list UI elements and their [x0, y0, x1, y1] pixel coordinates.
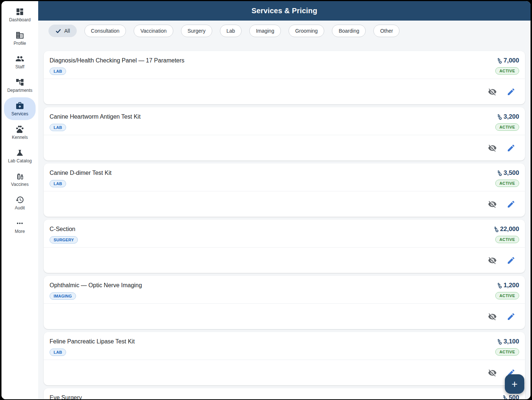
edit-service-button[interactable]: [507, 144, 515, 152]
service-card: Ophthalmic — Optic Nerve Imaging IMAGING…: [44, 276, 525, 329]
status-badge: ACTIVE: [495, 180, 519, 187]
filter-chip-grooming[interactable]: Grooming: [289, 25, 324, 37]
dashboard-icon: [15, 7, 24, 16]
category-badge: LAB: [50, 68, 66, 75]
app-header: Services & Pricing: [38, 1, 531, 21]
filter-chip-bar: All Consultation Vaccination Surgery Lab…: [38, 21, 531, 41]
service-name: Diagnosis/Health Checking Panel — 17 Par…: [50, 57, 184, 64]
service-card: Canine D-dimer Test Kit LAB 3,500 ACTIVE: [44, 163, 525, 217]
filter-chip-boarding[interactable]: Boarding: [332, 25, 366, 37]
edit-service-button[interactable]: [507, 312, 515, 321]
category-badge: SURGERY: [50, 236, 78, 244]
taka-currency-icon: [497, 58, 502, 64]
filter-chip-label: Vaccination: [140, 28, 166, 34]
service-card: Canine Heartworm Antigen Test Kit LAB 3,…: [44, 107, 525, 161]
sidebar-item-label: Audit: [15, 205, 25, 210]
edit-service-button[interactable]: [507, 200, 515, 209]
category-badge: LAB: [50, 124, 66, 131]
people-icon: [15, 54, 24, 63]
edit-service-button[interactable]: [507, 256, 515, 265]
taka-currency-icon: [503, 395, 507, 400]
category-badge: LAB: [50, 349, 66, 356]
org-chart-icon: [15, 78, 24, 87]
category-badge: LAB: [50, 180, 66, 187]
service-price: 22,000: [494, 226, 519, 233]
sidebar-item-label: Lab Catalog: [8, 158, 32, 163]
sidebar-item-departments[interactable]: Departments: [4, 74, 36, 97]
price-amount: 3,100: [503, 338, 519, 345]
service-name: Canine D-dimer Test Kit: [50, 169, 112, 177]
sidebar-item-label: Services: [11, 111, 28, 116]
status-badge: ACTIVE: [495, 67, 519, 75]
filter-chip-imaging[interactable]: Imaging: [249, 25, 281, 37]
service-price: 500: [503, 394, 519, 399]
sidebar-item-kennels[interactable]: Kennels: [4, 121, 36, 144]
filter-chip-label: Consultation: [91, 28, 120, 34]
service-price: 7,000: [497, 57, 519, 64]
filter-chip-other[interactable]: Other: [373, 25, 399, 37]
sidebar-item-label: Dashboard: [9, 17, 31, 22]
filter-chip-label: Lab: [227, 28, 235, 34]
service-price: 1,200: [497, 282, 519, 289]
taka-currency-icon: [497, 170, 502, 176]
filter-chip-surgery[interactable]: Surgery: [181, 25, 212, 37]
taka-currency-icon: [497, 282, 502, 289]
taka-currency-icon: [497, 339, 502, 345]
status-badge: ACTIVE: [495, 123, 519, 131]
sidebar-item-staff[interactable]: Staff: [4, 50, 36, 73]
filter-chip-all[interactable]: All: [48, 25, 77, 37]
sidebar-item-profile[interactable]: Profile: [4, 27, 36, 50]
hide-service-button[interactable]: [488, 87, 497, 96]
filter-chip-vaccination[interactable]: Vaccination: [134, 25, 173, 37]
service-price: 3,200: [497, 113, 519, 120]
service-card: Eye Surgery 500: [44, 388, 525, 399]
filter-chip-label: Imaging: [256, 28, 274, 34]
hide-service-button[interactable]: [488, 144, 497, 152]
filter-chip-label: Grooming: [295, 28, 318, 34]
sidebar-item-lab-catalog[interactable]: Lab Catalog: [4, 144, 36, 167]
building-icon: [15, 31, 24, 40]
category-badge: IMAGING: [50, 292, 76, 300]
status-badge: ACTIVE: [495, 348, 519, 356]
status-badge: ACTIVE: [495, 292, 519, 299]
checkmark-icon: [55, 28, 61, 34]
sidebar-item-label: Departments: [7, 88, 33, 93]
plus-icon: +: [511, 379, 517, 389]
service-name: C-Section: [50, 226, 78, 233]
price-amount: 7,000: [503, 57, 519, 64]
medical-bag-icon: [15, 101, 24, 110]
price-amount: 22,000: [500, 226, 519, 233]
service-name: Ophthalmic — Optic Nerve Imaging: [50, 282, 142, 289]
sidebar-item-more[interactable]: More: [4, 215, 36, 238]
status-badge: ACTIVE: [495, 236, 519, 243]
sidebar-item-dashboard[interactable]: Dashboard: [4, 3, 36, 26]
sidebar-item-services[interactable]: Services: [4, 97, 36, 120]
sidebar-item-label: Vaccines: [11, 182, 29, 187]
more-icon: [15, 219, 24, 228]
paw-icon: [15, 125, 24, 134]
service-name: Feline Pancreatic Lipase Test Kit: [50, 338, 135, 345]
service-price: 3,100: [497, 338, 519, 345]
service-card: C-Section SURGERY 22,000 ACTIVE: [44, 220, 525, 273]
main-area: Services & Pricing All Consultation Vacc…: [38, 1, 531, 399]
filter-chip-label: All: [64, 28, 70, 34]
hide-service-button[interactable]: [488, 256, 497, 265]
hide-service-button[interactable]: [488, 368, 497, 377]
hide-service-button[interactable]: [488, 312, 497, 321]
filter-chip-consultation[interactable]: Consultation: [84, 25, 126, 37]
sidebar-item-audit[interactable]: Audit: [4, 191, 36, 214]
price-amount: 1,200: [503, 282, 519, 289]
add-service-button[interactable]: +: [505, 374, 524, 394]
sidebar-item-label: Profile: [14, 41, 26, 46]
page-title: Services & Pricing: [251, 7, 317, 15]
edit-service-button[interactable]: [507, 87, 515, 96]
filter-chip-lab[interactable]: Lab: [220, 25, 242, 37]
service-name: Eye Surgery: [50, 394, 82, 399]
sidebar-item-vaccines[interactable]: Vaccines: [4, 168, 36, 191]
sidebar-item-label: More: [15, 229, 25, 234]
syringe-icon: [15, 172, 24, 181]
sidebar: Dashboard Profile Staff Departments Serv…: [1, 1, 38, 399]
hide-service-button[interactable]: [488, 200, 497, 209]
taka-currency-icon: [494, 226, 499, 233]
app-window: Dashboard Profile Staff Departments Serv…: [1, 1, 531, 399]
